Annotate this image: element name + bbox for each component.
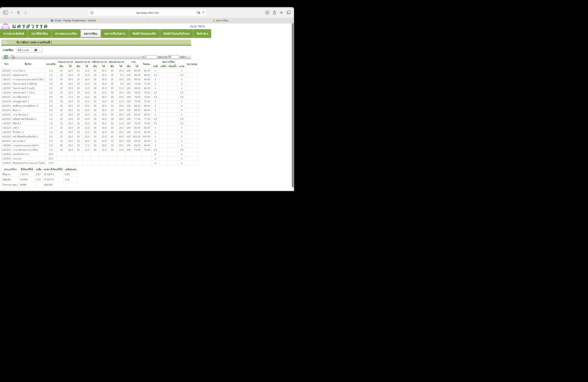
- cell: [159, 121, 168, 126]
- translate-icon[interactable]: Ax: [197, 11, 200, 14]
- cell: [186, 156, 198, 161]
- outlook-icon: o: [51, 19, 54, 22]
- col-subheader: เต็ม: [57, 64, 66, 69]
- cell: 100: [125, 82, 132, 86]
- term-label: ภาคเรียน: [3, 48, 13, 52]
- cell: 26.0: [99, 130, 108, 134]
- nav-item-attendance[interactable]: ตรวจสอบเวลาเรียน: [52, 29, 81, 38]
- cell: 20: [74, 82, 83, 86]
- term-select[interactable]: ปีที่ 2 ภาคเรียนที่ 1: [16, 47, 42, 53]
- cell: [159, 148, 168, 152]
- page-number-input[interactable]: [145, 55, 157, 59]
- tab-outlook[interactable]: o Email - Pawiga Tongthumbot - Outlook: [0, 18, 147, 23]
- cell: 4: [151, 77, 159, 82]
- cell: 4: [178, 143, 186, 148]
- cell: 25.0: [99, 121, 108, 126]
- share-icon[interactable]: [273, 10, 276, 15]
- cell: 3.5: [178, 95, 186, 99]
- cell: 25: [91, 113, 99, 117]
- filter-clear-icon[interactable]: [11, 55, 15, 59]
- nav-item-retest-request[interactable]: พิมพ์คำร้องสอบแก้ตัว: [129, 29, 160, 38]
- nav-item-certificate-request[interactable]: พิมพ์คำร้องขอใบรับรอง: [160, 29, 194, 38]
- select-stepper-icon: [29, 49, 42, 51]
- sidebar-icon[interactable]: [3, 11, 8, 14]
- prev-page-icon[interactable]: [142, 56, 144, 58]
- nav-item-news[interactable]: ข่าวประชาสัมพันธ์: [0, 29, 28, 38]
- cell: งานออกแบบและก่อสร้าง: [12, 143, 45, 148]
- table-row: เพิ่มเติม9.0/9.03.7227.5/27.53.12: [1, 177, 78, 182]
- cell: [186, 161, 198, 165]
- cell: 12.0: [116, 121, 125, 126]
- download-icon[interactable]: [265, 10, 269, 15]
- cell: [116, 152, 125, 156]
- col-header: หน่วยกิต: [45, 60, 57, 69]
- cell: [168, 134, 178, 139]
- cell: ค32201: [1, 117, 12, 121]
- cell: 89.00: [142, 108, 151, 113]
- nav-item-failed-grades[interactable]: ผลการเรียนไม่ผ่าน: [101, 29, 129, 38]
- cell: [168, 152, 178, 156]
- cell: 3.5: [151, 148, 159, 152]
- cell: [168, 143, 178, 148]
- cell: 23.0: [66, 117, 74, 121]
- cell: 30: [57, 108, 66, 113]
- cell: 20: [74, 117, 83, 121]
- cell: 100: [125, 126, 132, 130]
- cell: 26.0: [116, 113, 125, 117]
- page-size-input[interactable]: [168, 55, 179, 59]
- forward-icon[interactable]: [24, 11, 27, 14]
- cell: 100: [125, 95, 132, 99]
- cell: [142, 161, 151, 165]
- cell: [168, 73, 178, 77]
- cell: [159, 152, 168, 156]
- cell: ผ: [178, 156, 186, 161]
- cell: ศิลปะ 3: [12, 108, 45, 113]
- cell: [83, 152, 91, 156]
- cell: เพิ่มเติม: [1, 177, 19, 182]
- nav-item-print-pp6[interactable]: พิมพ์ ปพ.6: [193, 29, 212, 38]
- cell: 30: [108, 126, 116, 130]
- tab-overview-icon[interactable]: [287, 11, 291, 14]
- back-icon[interactable]: [17, 11, 20, 14]
- cell: 25: [91, 121, 99, 126]
- new-tab-icon[interactable]: [280, 11, 283, 14]
- refresh-icon[interactable]: [202, 11, 205, 14]
- cell: 30: [91, 86, 99, 91]
- cell: 76.00: [132, 121, 142, 126]
- cell: [108, 152, 116, 156]
- nav-item-student-record[interactable]: ประวัตินักเรียน: [28, 29, 52, 38]
- cell: 20: [57, 139, 66, 143]
- cell: 96.00: [142, 104, 151, 108]
- next-page-icon[interactable]: [166, 56, 167, 58]
- url-bar[interactable]: sgs.bopp-obec.info Ax: [88, 9, 207, 16]
- excel-export-icon[interactable]: X: [4, 55, 8, 59]
- cell: 16.0: [116, 139, 125, 143]
- reader-icon[interactable]: [90, 11, 93, 14]
- table-row: ว32203ฟิสิกส์ 31.52525.02014.02525.03012…: [1, 121, 198, 126]
- cell: [66, 152, 74, 156]
- tab-results[interactable]: ผลการเรียน: [147, 18, 294, 23]
- chevron-down-icon[interactable]: [11, 12, 13, 13]
- collapse-icon[interactable]: [3, 40, 7, 44]
- cell: ง30206: [1, 143, 12, 148]
- cell: [186, 113, 198, 117]
- url-text[interactable]: sgs.bopp-obec.info: [88, 11, 206, 14]
- col-header: ก่อนกลางภาค: [57, 60, 74, 64]
- cell: ก32915: [1, 156, 12, 161]
- cell: [186, 73, 198, 77]
- cell: 28.0: [99, 95, 108, 99]
- cell: 25: [57, 121, 66, 126]
- cell: 12.0: [83, 99, 91, 104]
- cell: 3.5: [178, 117, 186, 121]
- nav-item-grades[interactable]: ผลการเรียน: [81, 30, 101, 37]
- col-subheader: ได้: [83, 64, 91, 69]
- nav-item-print-pp1[interactable]: พิมพ์ ปพ.1: [212, 29, 231, 38]
- scrollbar-thumb[interactable]: [292, 23, 294, 187]
- cell: 19.0: [116, 104, 125, 108]
- cell: 20.0: [45, 156, 57, 161]
- cell: [125, 161, 132, 165]
- cell: 2.5: [178, 73, 186, 77]
- cell: 21.0: [116, 99, 125, 104]
- cell: 30: [91, 104, 99, 108]
- cell: 100: [125, 86, 132, 91]
